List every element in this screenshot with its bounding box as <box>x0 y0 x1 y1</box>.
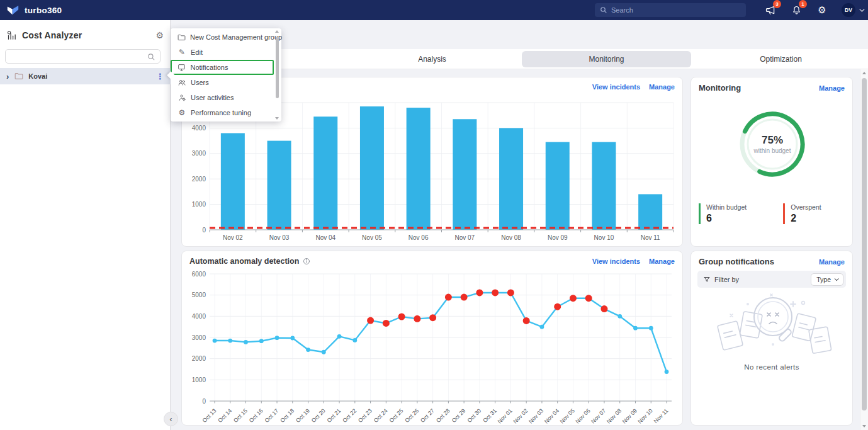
turbo360-logo-icon <box>7 5 19 16</box>
scroll-up-arrow-icon[interactable] <box>275 30 279 33</box>
svg-text:Oct 24: Oct 24 <box>373 407 389 424</box>
svg-text:Oct 14: Oct 14 <box>217 407 233 424</box>
svg-text:Nov 08: Nov 08 <box>501 234 521 241</box>
filter-bar: Filter by Type <box>697 271 846 288</box>
svg-text:Nov 04: Nov 04 <box>543 407 560 424</box>
svg-text:Nov 10: Nov 10 <box>636 407 653 424</box>
notifications-button[interactable]: 1 <box>790 4 803 16</box>
svg-text:0: 0 <box>202 398 206 405</box>
no-alerts-illustration <box>713 290 832 361</box>
chevron-down-icon <box>859 6 864 11</box>
svg-text:Nov 09: Nov 09 <box>548 234 568 241</box>
view-incidents-link[interactable]: View incidents <box>592 257 640 265</box>
card-title: Group notifications <box>699 257 774 266</box>
menu-item-label: Edit <box>191 48 203 56</box>
sidebar: Cost Analyzer ⚙ › Kovai ⋮ ‹ <box>0 20 171 430</box>
users-icon <box>178 79 186 86</box>
svg-text:Nov 04: Nov 04 <box>315 234 335 241</box>
brand[interactable]: turbo360 <box>0 5 62 16</box>
menu-item-label: New Cost Management group <box>190 33 282 41</box>
svg-text:Oct 16: Oct 16 <box>248 407 264 424</box>
manage-link[interactable]: Manage <box>819 84 845 92</box>
manage-link[interactable]: Manage <box>649 83 675 91</box>
sidebar-search-input[interactable] <box>6 50 160 63</box>
budget-donut-chart: 75% within budget <box>731 103 814 186</box>
svg-text:Nov 02: Nov 02 <box>512 407 529 424</box>
settings-button[interactable]: ⚙ <box>816 4 828 16</box>
scrollbar-thumb[interactable] <box>862 78 867 410</box>
chevron-down-icon <box>835 276 839 281</box>
svg-text:0: 0 <box>202 227 206 234</box>
monitoring-card: Monitoring Manage 75% within budget With… <box>690 77 853 247</box>
user-activity-icon <box>178 94 186 101</box>
svg-text:Oct 25: Oct 25 <box>388 407 405 424</box>
filter-label: Filter by <box>714 276 739 283</box>
overspent-stat: Overspent 2 <box>783 203 821 224</box>
svg-text:Oct 28: Oct 28 <box>435 407 451 424</box>
svg-text:Oct 31: Oct 31 <box>482 407 498 424</box>
announcements-button[interactable]: 3 <box>764 4 777 16</box>
svg-text:1000: 1000 <box>192 201 206 208</box>
sidebar-title: Cost Analyzer <box>22 30 82 40</box>
kebab-menu-icon[interactable]: ⋮ <box>156 72 164 81</box>
svg-text:Nov 10: Nov 10 <box>594 234 614 241</box>
menu-item-notifications[interactable]: Notifications <box>171 60 274 75</box>
manage-link[interactable]: Manage <box>819 258 845 266</box>
svg-text:2000: 2000 <box>192 355 206 362</box>
menu-item-label: Performance tuning <box>191 109 251 116</box>
menu-item-label: Users <box>191 79 209 86</box>
scroll-up-arrow-icon[interactable] <box>862 72 866 74</box>
tree-item-kovai[interactable]: › Kovai ⋮ <box>0 68 171 84</box>
card-title: Monitoring <box>699 83 741 93</box>
svg-text:Nov 01: Nov 01 <box>497 407 514 424</box>
menu-item-users[interactable]: Users <box>171 75 274 90</box>
global-search-input[interactable] <box>595 3 746 17</box>
empty-state-text: No recent alerts <box>691 363 852 371</box>
cost-analyzer-icon <box>6 30 17 41</box>
pencil-icon: ✎ <box>178 48 186 57</box>
group-notifications-card: Group notifications Manage Filter by Typ… <box>690 251 853 426</box>
folder-icon <box>178 34 186 41</box>
stat-value: 2 <box>791 213 821 224</box>
svg-text:Oct 13: Oct 13 <box>201 407 218 424</box>
page-scrollbar[interactable] <box>860 69 868 430</box>
svg-text:Nov 02: Nov 02 <box>223 234 243 241</box>
scroll-down-arrow-icon[interactable] <box>862 425 866 427</box>
folder-icon <box>14 72 23 80</box>
filter-icon <box>703 276 711 283</box>
tab-monitoring[interactable]: Monitoring <box>519 49 694 69</box>
chevron-right-icon[interactable]: › <box>6 72 9 81</box>
svg-text:Nov 03: Nov 03 <box>269 234 290 241</box>
svg-text:Oct 23: Oct 23 <box>357 407 373 424</box>
svg-text:Nov 08: Nov 08 <box>606 407 623 424</box>
anomaly-line-chart[interactable]: 0100020003000400050006000Oct 13Oct 14Oct… <box>186 268 678 425</box>
menu-item-performance-tuning[interactable]: ⚙ Performance tuning <box>171 105 274 120</box>
brand-name: turbo360 <box>25 6 62 15</box>
sidebar-collapse-button[interactable]: ‹ <box>164 412 178 426</box>
sidebar-gear-icon[interactable]: ⚙ <box>155 30 164 40</box>
group-context-menu: New Cost Management group ✎ Edit Notific… <box>171 28 281 122</box>
type-filter-dropdown[interactable]: Type <box>811 273 843 286</box>
svg-text:Nov 06: Nov 06 <box>409 234 429 241</box>
tree-item-label: Kovai <box>28 72 47 80</box>
view-incidents-link[interactable]: View incidents <box>592 83 640 91</box>
menu-scrollbar[interactable] <box>275 30 280 120</box>
scrollbar-thumb[interactable] <box>276 37 279 98</box>
svg-text:3000: 3000 <box>192 334 206 341</box>
info-icon[interactable] <box>303 257 310 265</box>
gear-icon: ⚙ <box>818 4 826 16</box>
svg-text:Oct 29: Oct 29 <box>451 407 467 424</box>
scroll-down-arrow-icon[interactable] <box>275 117 279 120</box>
search-icon <box>147 53 155 61</box>
avatar: DV <box>842 3 855 17</box>
user-menu[interactable]: DV <box>842 3 863 17</box>
tab-optimization[interactable]: Optimization <box>694 49 868 69</box>
tab-analysis[interactable]: Analysis <box>345 49 519 69</box>
menu-item-new-cost-management-group[interactable]: New Cost Management group <box>171 30 274 45</box>
budget-percent: 75% <box>762 134 783 147</box>
top-navbar: turbo360 3 1 ⚙ <box>0 0 868 20</box>
menu-item-edit[interactable]: ✎ Edit <box>171 45 274 60</box>
notifications-badge: 1 <box>799 0 807 8</box>
menu-item-user-activities[interactable]: User activities <box>171 90 274 105</box>
manage-link[interactable]: Manage <box>649 257 675 265</box>
